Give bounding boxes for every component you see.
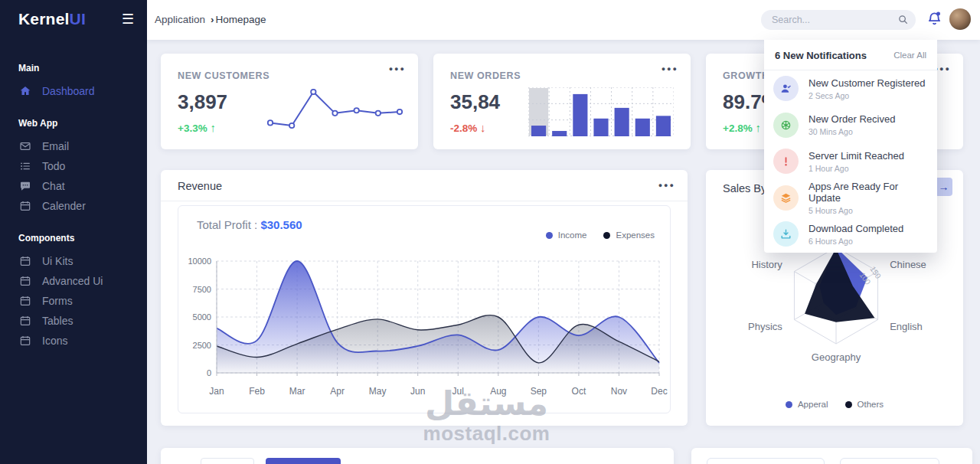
ghost-button-partial[interactable] [201,458,254,464]
breadcrumb-item-homepage[interactable]: Homepage [216,14,266,25]
kit-icon [18,335,31,348]
arrow-down-icon: ↓ [480,121,486,134]
svg-text:English: English [890,321,923,332]
legend-label: Apperal [798,400,828,409]
avatar[interactable] [949,8,971,30]
new-customers-chart [264,86,406,136]
brand-logo[interactable]: KernelUI [18,10,86,28]
hamburger-menu-icon[interactable]: ☰ [122,11,134,28]
notification-item[interactable]: New Order Recived30 Mins Ago [764,107,937,144]
notification-time: 5 Hours Ago [808,206,928,215]
svg-text:Apr: Apr [330,386,345,397]
outlined-box[interactable] [840,458,939,464]
sidebar-item-todo[interactable]: Todo [0,156,147,176]
card-delta: -2.8% ↓ [450,121,486,134]
sidebar-item-dashboard[interactable]: Dashboard [0,81,147,101]
svg-text:2500: 2500 [193,341,211,350]
kit-icon [18,315,31,328]
sidebar-section-label: Web App [0,118,147,129]
card-title: Revenue [178,180,222,192]
notification-title: New Customer Registered [808,77,925,89]
sidebar-item-icons[interactable]: Icons [0,331,147,351]
card-menu-button[interactable]: ●●● [662,65,678,73]
svg-text:Aug: Aug [490,386,506,397]
sidebar-section-label: Main [0,63,147,74]
svg-text:Jun: Jun [410,386,425,397]
search-icon [897,16,909,28]
legend-others[interactable]: Others [845,400,884,409]
sidebar-item-label: Ui Kits [42,255,73,267]
notifications-header: 6 New Notifications Clear All [764,40,937,70]
sidebar-item-chat[interactable]: Chat [0,176,147,196]
arrow-right-icon: → [939,181,949,193]
notifications-button[interactable] [924,9,944,31]
notification-time: 1 Hour Ago [808,164,904,173]
notification-time: 30 Mins Ago [808,127,895,136]
breadcrumb-item-application[interactable]: Application [155,14,205,25]
sidebar-item-label: Tables [42,315,73,327]
notification-time: 6 Hours Ago [808,237,903,246]
stat-card-new-orders: NEW ORDERS ●●● 35,84 -2.8% ↓ [433,54,691,149]
clear-all-button[interactable]: Clear All [893,51,926,60]
svg-text:Jul: Jul [452,386,464,397]
calendar-icon [18,200,31,213]
revenue-card: Revenue ●●● Total Profit : $30.560 Incom… [161,170,688,426]
card-menu-button[interactable]: ●●● [658,181,675,189]
brand-text-primary: Kernel [18,10,70,28]
alert-icon [773,149,799,174]
search-input[interactable] [761,10,916,30]
sales-legend: Apperal Others [706,400,963,409]
sidebar-item-email[interactable]: Email [0,136,147,156]
chat-icon [18,180,31,193]
brand-text-accent: UI [70,10,86,28]
layers-icon [773,185,799,211]
svg-text:Physics: Physics [748,321,782,332]
home-icon [18,85,31,98]
notification-time: 2 Secs Ago [808,91,925,100]
sidebar-item-advanced-ui[interactable]: Advanced Ui [0,271,147,291]
legend-dot [786,401,792,408]
svg-text:Sep: Sep [531,386,547,397]
legend-apperal[interactable]: Apperal [786,400,828,409]
notification-item[interactable]: Download Completed6 Hours Ago [764,216,937,253]
arrow-up-icon: ↑ [755,121,761,134]
svg-text:0: 0 [207,368,211,377]
arrow-up-icon: ↑ [210,121,216,134]
svg-text:Oct: Oct [572,386,586,397]
revenue-chart-panel: Total Profit : $30.560 Income Expenses 0… [178,205,671,413]
sidebar-item-label: Dashboard [42,85,95,97]
bottom-right-card [691,448,972,464]
revenue-chart: 025005000750010000JanFebMarAprMayJunJulA… [181,249,668,410]
sidebar-item-calender[interactable]: Calender [0,196,147,216]
notification-title: Apps Are Ready For Update [808,181,928,204]
sidebar-section-main: Main Dashboard [0,63,147,101]
sidebar-section-label: Components [0,233,147,243]
notification-item[interactable]: New Customer Registered2 Secs Ago [764,70,937,107]
card-delta: +3.3% ↑ [178,121,216,134]
legend-income[interactable]: Income [546,230,587,240]
sidebar-item-label: Advanced Ui [42,275,103,287]
notification-item[interactable]: Apps Are Ready For Update5 Hours Ago [764,180,937,217]
bell-icon [926,19,943,31]
sidebar-section-webapp: Web App Email Todo Chat Calender [0,118,147,216]
svg-text:Mar: Mar [289,386,305,397]
sidebar-item-forms[interactable]: Forms [0,291,147,311]
total-profit-label: Total Profit : [197,218,257,231]
legend-expenses[interactable]: Expenses [603,230,655,240]
dots-icon: ●●● [662,65,678,73]
kit-icon [18,255,31,268]
sidebar-item-tables[interactable]: Tables [0,311,147,331]
search-button[interactable] [897,14,909,26]
download-icon [773,221,799,247]
legend-dot [546,232,553,239]
delta-value: +2.8% [723,123,753,134]
notification-title: New Order Recived [808,113,895,125]
card-menu-button[interactable]: ●●● [389,65,406,73]
sidebar-item-ui-kits[interactable]: Ui Kits [0,251,147,271]
expand-button[interactable]: → [935,178,952,196]
search-box [761,10,916,30]
outlined-box[interactable] [707,458,825,464]
notification-item[interactable]: Server Limit Reached1 Hour Ago [764,143,937,180]
kit-icon [18,295,31,308]
primary-button-partial[interactable] [266,458,341,464]
